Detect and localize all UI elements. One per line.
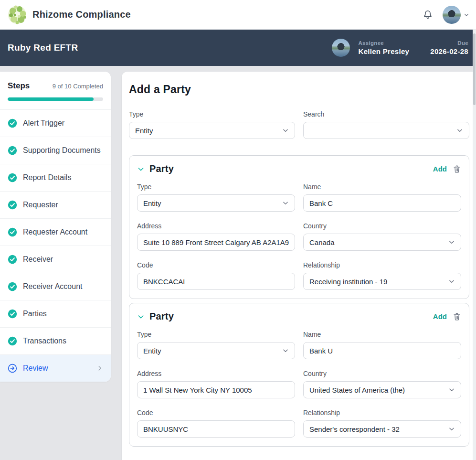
name-field: Name: [303, 183, 461, 212]
trash-icon[interactable]: [453, 312, 461, 321]
sidebar-item-label: Transactions: [23, 335, 66, 347]
user-avatar[interactable]: [443, 6, 461, 24]
type-label: Type: [137, 331, 295, 338]
app-title: Rhizome Compliance: [32, 9, 131, 20]
selected-value: Canada: [309, 238, 335, 246]
selected-value: Entity: [135, 127, 153, 135]
check-circle-icon: [8, 173, 17, 182]
relationship-field: Relationship Receiving institution - 19: [303, 261, 461, 290]
add-party-button[interactable]: Add: [433, 165, 447, 173]
chevron-down-icon[interactable]: [137, 313, 145, 321]
sidebar-item-alert-trigger[interactable]: Alert Trigger: [0, 109, 111, 137]
sidebar-item-label: Requester: [23, 199, 58, 211]
type-select[interactable]: Entity: [137, 194, 295, 212]
sidebar-item-requester-account[interactable]: Requester Account: [0, 218, 111, 246]
due-date: 2026-02-28: [430, 47, 468, 55]
country-label: Country: [303, 370, 461, 377]
address-input[interactable]: [137, 234, 295, 251]
sidebar-item-label: Receiver: [23, 254, 53, 265]
assignee-label: Assignee: [359, 40, 384, 46]
sidebar-item-label: Receiver Account: [23, 281, 83, 292]
check-circle-icon: [8, 146, 17, 155]
country-field: Country Canada: [303, 222, 461, 251]
party-card-title: Party: [149, 311, 174, 322]
sidebar-item-transactions[interactable]: Transactions: [0, 327, 111, 354]
app-header: Rhizome Compliance: [0, 0, 476, 30]
name-label: Name: [303, 331, 461, 338]
type-field: Type Entity: [137, 183, 295, 212]
chevron-down-icon[interactable]: [137, 165, 145, 173]
relationship-label: Relationship: [303, 261, 461, 269]
sidebar-item-label: Supporting Documents: [23, 145, 101, 156]
assignee-block: Assignee Kellen Presley: [359, 40, 410, 55]
country-field: Country United States of America (the): [303, 370, 461, 398]
progress-fill: [8, 97, 94, 101]
sidebar-item-label: Parties: [23, 308, 47, 320]
content-area: Steps 9 of 10 Completed Alert Trigger Su…: [0, 66, 476, 460]
country-select[interactable]: United States of America (the): [303, 381, 461, 398]
name-input[interactable]: [303, 194, 461, 212]
chevron-down-icon: [448, 239, 455, 246]
country-select[interactable]: Canada: [303, 234, 461, 251]
relationship-field: Relationship Sender's correspondent - 32: [303, 409, 461, 438]
check-circle-icon: [8, 255, 17, 264]
party-search-field: Search: [303, 110, 469, 139]
party-type-field: Type Entity: [129, 110, 295, 139]
relationship-select[interactable]: Sender's correspondent - 32: [303, 420, 461, 438]
sidebar-item-label: Alert Trigger: [23, 118, 64, 129]
arrow-right-circle-icon: [8, 364, 17, 373]
sidebar-item-parties[interactable]: Parties: [0, 300, 111, 327]
progress-bar: [8, 97, 103, 101]
chevron-down-icon[interactable]: [464, 12, 469, 18]
type-field: Type Entity: [137, 331, 295, 359]
selected-value: Sender's correspondent - 32: [309, 425, 400, 433]
trash-icon[interactable]: [453, 165, 461, 173]
chevron-down-icon: [448, 426, 455, 432]
party-search-select[interactable]: [303, 122, 469, 139]
steps-title: Steps: [8, 81, 30, 91]
sidebar-item-review[interactable]: Review: [0, 354, 111, 382]
relationship-select[interactable]: Receiving institution - 19: [303, 273, 461, 290]
sidebar-item-receiver-account[interactable]: Receiver Account: [0, 273, 111, 300]
check-circle-icon: [8, 336, 17, 346]
add-party-button[interactable]: Add: [433, 312, 447, 321]
sidebar-item-requester[interactable]: Requester: [0, 191, 111, 218]
sidebar-item-report-details[interactable]: Report Details: [0, 164, 111, 191]
selected-value: Entity: [143, 347, 161, 355]
steps-progress-text: 9 of 10 Completed: [53, 83, 103, 90]
sidebar-item-supporting-documents[interactable]: Supporting Documents: [0, 137, 111, 164]
due-block: Due 2026-02-28: [430, 40, 468, 55]
type-label: Type: [129, 110, 295, 118]
name-input[interactable]: [303, 342, 461, 359]
address-input[interactable]: [137, 381, 295, 398]
check-circle-icon: [8, 282, 17, 291]
code-input[interactable]: [137, 420, 295, 438]
type-select[interactable]: Entity: [137, 342, 295, 359]
sidebar-item-receiver[interactable]: Receiver: [0, 246, 111, 273]
steps-header: Steps 9 of 10 Completed: [0, 72, 111, 109]
selected-value: Receiving institution - 19: [309, 278, 387, 286]
code-input[interactable]: [137, 273, 295, 290]
bell-icon[interactable]: [423, 10, 433, 20]
add-party-panel: Add a Party Type Entity Search: [122, 72, 476, 460]
country-label: Country: [303, 222, 461, 230]
app-logo-icon: [7, 4, 28, 25]
sidebar-item-label: Requester Account: [23, 226, 87, 238]
party-type-select[interactable]: Entity: [129, 122, 295, 139]
scrollbar-thumb[interactable]: [473, 33, 476, 105]
chevron-down-icon: [282, 127, 289, 134]
party-card-title: Party: [149, 163, 174, 174]
chevron-down-icon: [448, 278, 455, 285]
party-card: Party Add Type Entity Name: [129, 303, 469, 447]
vertical-scrollbar[interactable]: [473, 30, 476, 460]
assignee-avatar: [332, 39, 350, 57]
name-field: Name: [303, 331, 461, 359]
assignee-name: Kellen Presley: [359, 47, 410, 55]
chevron-down-icon: [282, 347, 289, 354]
case-bar: Ruby Red EFTR Assignee Kellen Presley Du…: [0, 30, 476, 66]
address-field: Address: [137, 370, 295, 398]
party-card: Party Add Type Entity Name: [129, 155, 469, 299]
sidebar-item-label: Review: [23, 363, 48, 374]
address-label: Address: [137, 370, 295, 377]
address-label: Address: [137, 222, 295, 230]
